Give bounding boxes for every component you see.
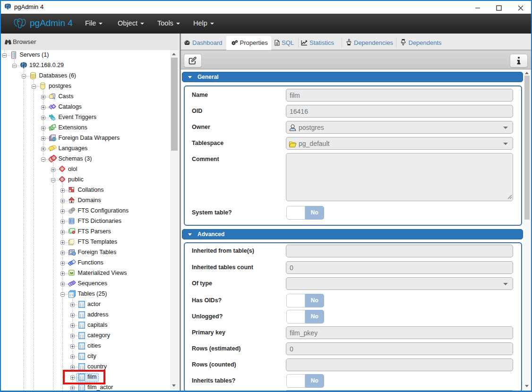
svg-text:M: M [70,271,73,275]
